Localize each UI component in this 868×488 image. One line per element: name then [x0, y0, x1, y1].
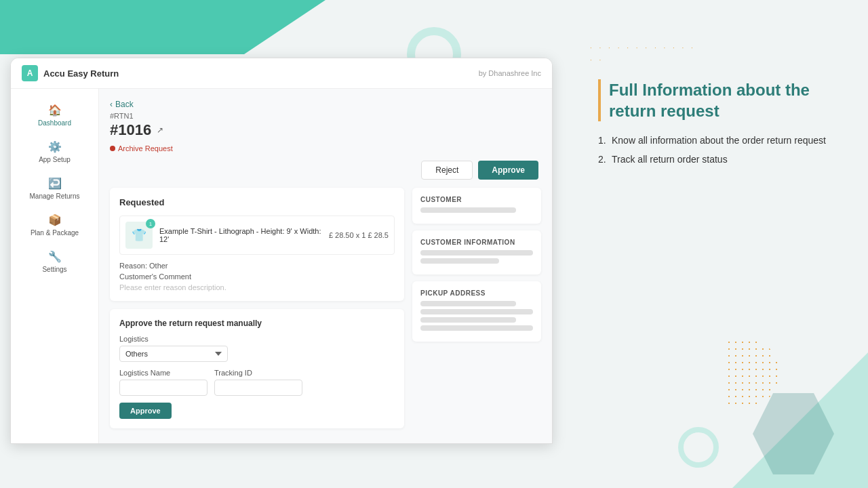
- external-link-icon[interactable]: ↗: [157, 125, 163, 135]
- reason-comment: Customer's Comment: [119, 272, 395, 281]
- archive-dot: [110, 146, 115, 151]
- plan-package-icon: 📦: [48, 214, 62, 226]
- content-area: ‹ Back #RTN1 #1016 ↗ Archive Request Rej…: [99, 89, 552, 443]
- customer-card: CUSTOMER: [412, 188, 541, 224]
- reason-placeholder: Please enter reason description.: [119, 283, 395, 291]
- chevron-left-icon: ‹: [110, 100, 113, 109]
- dashboard-icon: 🏠: [48, 104, 62, 117]
- app-setup-icon: ⚙️: [48, 140, 62, 153]
- content-columns: Requested 👕 1 Example T-Shirt - Lithogra…: [110, 188, 541, 428]
- product-name: Example T-Shirt - Lithograph - Height: 9…: [159, 227, 322, 243]
- product-img-wrap: 👕 1: [125, 222, 153, 249]
- address-line1-blurred: [420, 301, 516, 306]
- logistics-select[interactable]: Others FedEx UPS DHL: [119, 346, 228, 362]
- manage-returns-icon: ↩️: [48, 177, 62, 190]
- product-quantity-badge: 1: [146, 219, 155, 228]
- back-label: Back: [115, 100, 134, 109]
- archive-label: Archive Request: [118, 144, 173, 152]
- action-buttons-row: Reject Approve: [110, 161, 541, 180]
- info-point-1: Know all information about the order ret…: [598, 135, 846, 146]
- laptop-frame: A Accu Easy Return by Dhanashree Inc 🏠 D…: [10, 58, 553, 444]
- logistics-label: Logistics: [119, 335, 395, 343]
- logo-icon: A: [22, 65, 38, 81]
- customer-phone-blurred: [420, 258, 499, 264]
- tracking-id-input[interactable]: [214, 380, 302, 396]
- customer-card-title: CUSTOMER: [420, 196, 533, 203]
- sidebar-label-plan-package: Plan & Package: [31, 229, 79, 237]
- back-link[interactable]: ‹ Back: [110, 100, 541, 109]
- sidebar: 🏠 Dashboard ⚙️ App Setup ↩️ Manage Retur…: [11, 89, 99, 443]
- address-line3-blurred: [420, 317, 516, 323]
- logistics-name-tracking-row: Logistics Name Tracking ID: [119, 369, 395, 396]
- info-title: Full Information about the return reques…: [598, 79, 846, 121]
- approve-manually-title: Approve the return request manually: [119, 319, 395, 328]
- customer-info-title: CUSTOMER INFORMATION: [420, 239, 533, 246]
- logistics-name-label: Logistics Name: [119, 369, 208, 377]
- sidebar-item-settings[interactable]: 🔧 Settings: [11, 243, 98, 280]
- address-line2-blurred: [420, 309, 533, 314]
- address-line4-blurred: [420, 325, 533, 331]
- customer-info-card: CUSTOMER INFORMATION: [412, 230, 541, 274]
- left-panel: Requested 👕 1 Example T-Shirt - Lithogra…: [110, 188, 404, 428]
- sidebar-label-dashboard: Dashboard: [38, 119, 71, 127]
- order-title-row: #1016 ↗: [110, 121, 541, 139]
- info-list: Know all information about the order ret…: [598, 135, 846, 165]
- bg-dots-top-right: [590, 41, 698, 54]
- sidebar-label-app-setup: App Setup: [39, 156, 71, 163]
- customer-email-blurred: [420, 250, 533, 256]
- requested-card: Requested 👕 1 Example T-Shirt - Lithogra…: [110, 188, 404, 301]
- sidebar-item-dashboard[interactable]: 🏠 Dashboard: [11, 97, 98, 134]
- main-layout: 🏠 Dashboard ⚙️ App Setup ↩️ Manage Retur…: [11, 89, 552, 443]
- app-name: Accu Easy Return: [43, 68, 119, 79]
- product-price: £ 28.50 x 1 £ 28.5: [329, 231, 389, 239]
- rtn-id: #RTN1: [110, 112, 541, 120]
- info-point-2: Track all return order status: [598, 154, 846, 165]
- sidebar-item-manage-returns[interactable]: ↩️ Manage Returns: [11, 170, 98, 207]
- archive-badge[interactable]: Archive Request: [110, 144, 541, 152]
- tracking-id-label: Tracking ID: [214, 369, 302, 377]
- sidebar-label-manage-returns: Manage Returns: [30, 192, 80, 200]
- app-logo: A Accu Easy Return: [22, 65, 119, 81]
- by-text: by Dhanashree Inc: [479, 69, 541, 77]
- logistics-name-input[interactable]: [119, 380, 208, 396]
- pickup-address-card: PICKUP ADDRESS: [412, 281, 541, 342]
- approve-manually-card: Approve the return request manually Logi…: [110, 309, 404, 428]
- order-number: #1016: [110, 121, 151, 139]
- bg-teal-shape: [0, 0, 326, 54]
- sidebar-item-app-setup[interactable]: ⚙️ App Setup: [11, 134, 98, 170]
- requested-title: Requested: [119, 197, 395, 207]
- right-info-panel: Full Information about the return reques…: [576, 58, 868, 195]
- product-row: 👕 1 Example T-Shirt - Lithograph - Heigh…: [119, 216, 395, 255]
- customer-name-blurred: [420, 207, 516, 213]
- reject-button[interactable]: Reject: [421, 161, 473, 180]
- pickup-address-title: PICKUP ADDRESS: [420, 289, 533, 297]
- reason-text: Reason: Other: [119, 262, 395, 270]
- settings-icon: 🔧: [48, 250, 62, 263]
- logistics-name-group: Logistics Name: [119, 369, 208, 396]
- bg-circle-bottom: [678, 427, 719, 468]
- approve-top-button[interactable]: Approve: [478, 161, 538, 180]
- sidebar-item-plan-package[interactable]: 📦 Plan & Package: [11, 207, 98, 243]
- approve-bottom-button[interactable]: Approve: [119, 403, 172, 419]
- app-header: A Accu Easy Return by Dhanashree Inc: [11, 58, 552, 89]
- tracking-id-group: Tracking ID: [214, 369, 302, 396]
- right-panel: CUSTOMER CUSTOMER INFORMATION PICKUP ADD…: [412, 188, 541, 428]
- sidebar-label-settings: Settings: [42, 266, 66, 273]
